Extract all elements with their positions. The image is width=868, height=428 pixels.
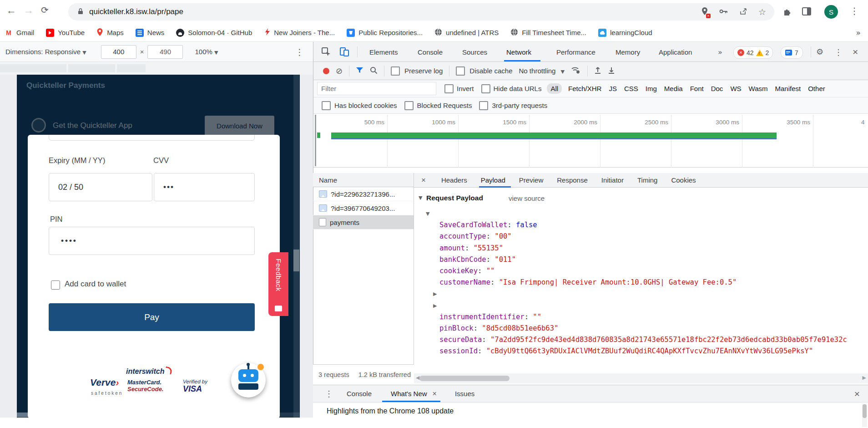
url-bar[interactable]: quickteller.k8.isw.la/pr/pape × ☆ [68,3,774,20]
inspect-element-icon[interactable] [321,47,331,58]
filter-type-media[interactable]: Media [661,83,686,94]
location-blocked-icon[interactable]: × [701,7,708,17]
detail-tab-initiator[interactable]: Initiator [601,176,624,184]
bookmark-learningcloud[interactable]: learningCloud [598,29,652,37]
import-har-icon[interactable] [594,66,601,76]
pay-button[interactable]: Pay [49,303,255,331]
filter-type-wasm[interactable]: Wasm [745,83,772,94]
tab-network[interactable]: Network [506,48,531,56]
view-source-link[interactable]: view source [509,194,545,202]
detail-tab-headers[interactable]: Headers [441,176,467,184]
bookmarks-overflow-chevron[interactable]: » [856,28,861,37]
back-button[interactable]: ← [6,5,16,16]
reload-button[interactable]: ⟳ [41,5,49,15]
filter-type-doc[interactable]: Doc [707,83,727,94]
media-query-segment[interactable] [117,64,146,72]
filter-type-all[interactable]: All [547,83,562,94]
preserve-log-checkbox[interactable] [391,66,400,76]
search-icon[interactable] [370,66,378,76]
tab-console[interactable]: Console [418,48,443,56]
drawer-tab-issues[interactable]: Issues [455,390,474,397]
tab-sources[interactable]: Sources [462,48,487,56]
drawer-tab-console[interactable]: Console [347,390,372,397]
password-key-icon[interactable] [719,8,728,16]
blocked-requests-checkbox[interactable] [404,101,414,110]
device-toolbar-toggle-icon[interactable] [339,47,350,58]
errors-warnings-badge[interactable]: × 42 ! 2 [733,46,773,59]
expander-icon[interactable]: ▶ [433,288,437,300]
clear-icon[interactable]: ⊘ [336,66,343,76]
bookmark-maps[interactable]: Maps [96,28,124,38]
devtools-close-icon[interactable]: × [853,46,858,57]
side-panel-icon[interactable] [802,7,812,17]
detail-tab-payload[interactable]: Payload [481,176,505,184]
bookmark-new-joiners[interactable]: New Joiners - The... [264,28,335,37]
filter-type-css[interactable]: CSS [621,83,642,94]
device-toolbar-menu-icon[interactable]: ⋮ [295,47,304,57]
filter-type-js[interactable]: JS [605,83,621,94]
request-row[interactable]: ?id=229623271396... [313,187,414,201]
section-expander-icon[interactable]: ▼ [419,195,422,201]
filter-type-font[interactable]: Font [686,83,707,94]
tab-elements[interactable]: Elements [369,48,398,56]
third-party-requests-checkbox[interactable] [479,101,488,110]
viewport-height-input[interactable] [147,45,183,59]
detail-tab-response[interactable]: Response [557,176,588,184]
bookmark-fill-timesheet[interactable]: Fill Timesheet Time... [510,28,586,37]
expander-icon[interactable]: ▶ [433,300,437,311]
tab-memory[interactable]: Memory [616,48,640,56]
profile-avatar[interactable]: S [824,5,838,19]
disable-cache-checkbox[interactable] [456,66,465,76]
share-icon[interactable] [739,7,747,17]
devtools-settings-icon[interactable]: ⚙ [816,47,823,56]
filter-type-fetch-xhr[interactable]: Fetch/XHR [565,83,605,94]
bookmark-atrs[interactable]: undefined | ATRS [434,28,499,37]
bookmark-news[interactable]: News [136,29,165,37]
drawer-tab-close-icon[interactable]: × [433,390,437,398]
details-close-icon[interactable]: × [421,176,426,185]
dimensions-dropdown[interactable]: Dimensions: Responsive ▼ [5,48,86,56]
zoom-dropdown[interactable]: 100% ▼ [195,48,218,56]
wallet-checkbox[interactable] [51,280,60,290]
filter-type-ws[interactable]: WS [727,83,745,94]
feedback-tab[interactable]: Feedback [268,252,288,316]
has-blocked-cookies-checkbox[interactable] [322,101,331,110]
media-query-segment[interactable] [0,64,66,72]
scroll-right-arrow[interactable]: ▶ [863,375,866,381]
page-vscrollbar-thumb[interactable] [293,250,299,271]
detail-tab-cookies[interactable]: Cookies [671,176,696,184]
filter-type-other[interactable]: Other [804,83,829,94]
record-button[interactable] [323,68,329,74]
filter-type-img[interactable]: Img [642,83,661,94]
filter-input[interactable] [317,82,436,95]
cvv-input[interactable] [154,173,255,201]
bookmark-github[interactable]: Solomon-04 · GitHub [176,29,252,37]
card-number-input-partial[interactable] [49,135,255,141]
detail-tab-preview[interactable]: Preview [519,176,543,184]
filter-icon[interactable] [356,67,363,75]
page-vscrollbar-track[interactable] [293,75,299,418]
throttling-dropdown[interactable]: No throttling ▼ [519,67,565,75]
detail-tab-timing[interactable]: Timing [637,176,657,184]
extensions-icon[interactable] [782,7,792,18]
drawer-tab-whats-new[interactable]: What's New [391,390,427,397]
drawer-vscrollbar-thumb[interactable] [863,404,867,418]
browser-menu-icon[interactable]: ⋮ [850,5,859,16]
viewport-width-input[interactable] [101,45,136,59]
requests-header[interactable]: Name [313,173,414,187]
more-tabs-chevron[interactable]: » [718,48,722,56]
expiry-input[interactable] [49,173,152,201]
tab-application[interactable]: Application [659,48,692,56]
request-row[interactable]: ?id=396770649203... [313,201,414,215]
pin-input[interactable] [49,227,255,255]
forward-button[interactable]: → [24,5,34,16]
request-row-selected[interactable]: payments [313,215,414,229]
devtools-menu-icon[interactable]: ⋮ [834,47,843,57]
bookmark-public-repositories[interactable]: Public Repositories... [347,29,423,37]
bookmark-star-icon[interactable]: ☆ [758,7,766,17]
drawer-close-icon[interactable]: × [854,388,860,399]
hide-data-urls-checkbox[interactable] [481,84,490,93]
media-query-segment[interactable] [68,64,115,72]
network-conditions-icon[interactable] [571,66,581,76]
details-hscrollbar-thumb[interactable] [419,376,510,381]
